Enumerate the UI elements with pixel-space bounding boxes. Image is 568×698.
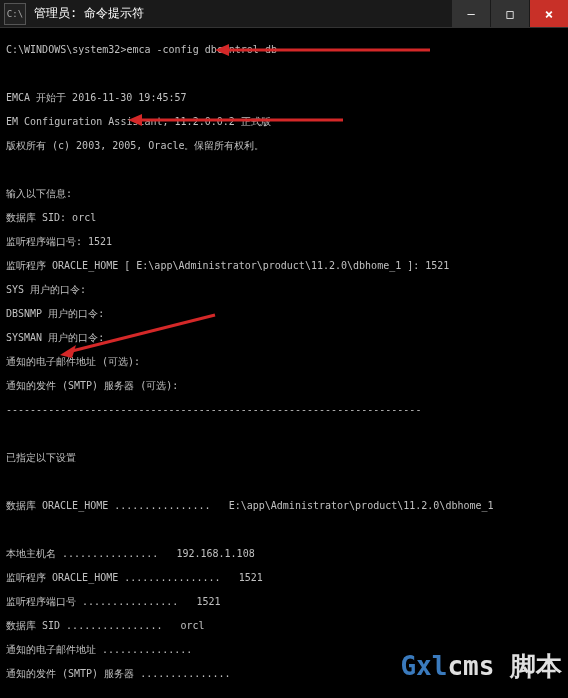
output-line: 数据库 SID ................ orcl	[6, 620, 562, 632]
terminal-output: C:\WINDOWS\system32>emca -config dbcontr…	[0, 28, 568, 698]
output-line: 版权所有 (c) 2003, 2005, Oracle。保留所有权利。	[6, 140, 562, 152]
output-line: 输入以下信息:	[6, 188, 562, 200]
output-line: EM Configuration Assistant, 11.2.0.0.2 正…	[6, 116, 562, 128]
output-line: 监听程序 ORACLE_HOME [ E:\app\Administrator\…	[6, 260, 562, 272]
window-titlebar: C:\ 管理员: 命令提示符 — □ ×	[0, 0, 568, 28]
output-line: 通知的电子邮件地址 (可选):	[6, 356, 562, 368]
window-controls: — □ ×	[452, 0, 568, 27]
output-line: 数据库 ORACLE_HOME ................ E:\app\…	[6, 500, 562, 512]
output-line: SYS 用户的口令:	[6, 284, 562, 296]
output-line: ----------------------------------------…	[6, 404, 562, 416]
output-line: SYSMAN 用户的口令:	[6, 332, 562, 344]
window-title: 管理员: 命令提示符	[30, 5, 452, 22]
output-line: 通知的发件 (SMTP) 服务器 (可选):	[6, 380, 562, 392]
output-line: EMCA 开始于 2016-11-30 19:45:57	[6, 92, 562, 104]
output-line: 监听程序端口号: 1521	[6, 236, 562, 248]
output-line: 本地主机名 ................ 192.168.1.108	[6, 548, 562, 560]
cmd-icon: C:\	[4, 3, 26, 25]
minimize-button[interactable]: —	[452, 0, 490, 27]
output-line: 已指定以下设置	[6, 452, 562, 464]
watermark: Gxlcms 脚本	[400, 649, 562, 684]
output-line: 监听程序端口号 ................ 1521	[6, 596, 562, 608]
cmd-line: C:\WINDOWS\system32>emca -config dbcontr…	[6, 44, 562, 56]
output-line: DBSNMP 用户的口令:	[6, 308, 562, 320]
output-line: 监听程序 ORACLE_HOME ................ 1521	[6, 572, 562, 584]
close-button[interactable]: ×	[530, 0, 568, 27]
maximize-button[interactable]: □	[491, 0, 529, 27]
output-line: 数据库 SID: orcl	[6, 212, 562, 224]
